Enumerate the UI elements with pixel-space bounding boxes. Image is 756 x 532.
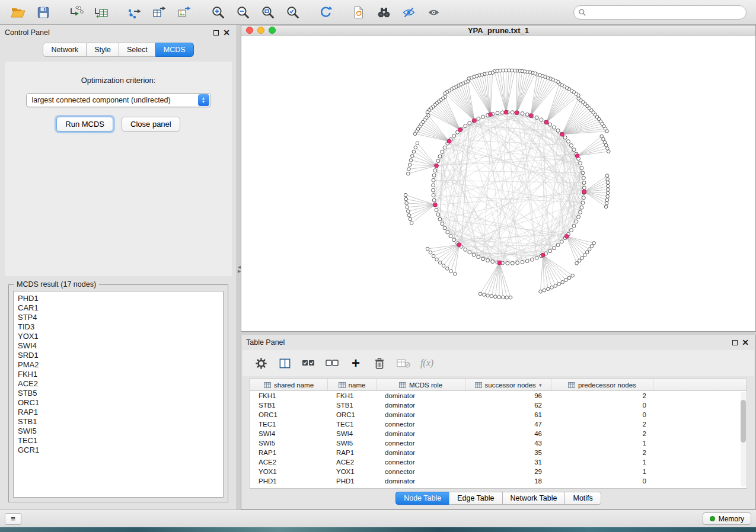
table-settings-button[interactable] bbox=[251, 354, 271, 373]
mcds-result-item[interactable]: SWI4 bbox=[18, 341, 223, 351]
column-header-successor-nodes[interactable]: successor nodes ▾ bbox=[465, 379, 551, 390]
zoom-in-button[interactable] bbox=[205, 2, 230, 23]
mcds-result-item[interactable]: TID3 bbox=[18, 322, 223, 332]
mcds-result-item[interactable]: SWI5 bbox=[18, 427, 223, 436]
import-table-button[interactable]: + bbox=[89, 2, 114, 23]
table-row[interactable]: SWI4SWI4dominator462 bbox=[250, 429, 741, 438]
table-scrollbar[interactable] bbox=[741, 392, 746, 487]
open-session-button[interactable] bbox=[6, 2, 31, 23]
network-window-title: YPA_prune.txt_1 bbox=[241, 26, 755, 35]
menu-icon: ≡ bbox=[11, 514, 15, 523]
mcds-result-item[interactable]: STB5 bbox=[18, 389, 223, 398]
show-column-panel-button[interactable] bbox=[275, 354, 295, 373]
mcds-result-item[interactable]: GCR1 bbox=[18, 446, 223, 455]
mcds-result-item[interactable]: ORC1 bbox=[18, 398, 223, 408]
delete-column-button[interactable] bbox=[369, 354, 390, 373]
export-network-button[interactable] bbox=[122, 2, 147, 23]
optimization-criterion-select[interactable]: largest connected component (undirected)… bbox=[26, 93, 211, 107]
network-canvas[interactable] bbox=[241, 36, 755, 331]
table-cell bbox=[653, 448, 741, 457]
close-mcds-panel-button[interactable]: Close panel bbox=[122, 117, 180, 132]
table-row[interactable]: SWI5SWI5connector431 bbox=[250, 438, 741, 448]
share-document-button[interactable] bbox=[346, 2, 371, 23]
mcds-result-item[interactable]: PHD1 bbox=[18, 294, 223, 303]
window-maximize-icon[interactable] bbox=[269, 27, 276, 34]
table-row[interactable]: ORC1ORC1dominator610 bbox=[250, 410, 741, 419]
table-cell: SWI5 bbox=[328, 438, 377, 448]
table-row[interactable]: PHD1PHD1dominator180 bbox=[250, 476, 741, 486]
mcds-result-item[interactable]: RAP1 bbox=[18, 408, 223, 417]
tab-mcds[interactable]: MCDS bbox=[155, 43, 194, 57]
sort-caret-icon: ▾ bbox=[539, 382, 542, 388]
table-row[interactable]: YOX1YOX1connector291 bbox=[250, 467, 741, 476]
mcds-result-item[interactable]: STB1 bbox=[18, 417, 223, 427]
tab-node-table[interactable]: Node Table bbox=[395, 492, 449, 505]
optimization-criterion-label: Optimization criterion: bbox=[5, 76, 232, 85]
mcds-result-item[interactable]: SRD1 bbox=[18, 351, 223, 360]
zoom-out-button[interactable] bbox=[230, 2, 255, 23]
mcds-result-item[interactable]: STP4 bbox=[18, 313, 223, 322]
table-panel-header: Table Panel ✕ bbox=[241, 335, 755, 350]
column-header-filler bbox=[653, 379, 747, 390]
tab-network-table[interactable]: Network Table bbox=[502, 492, 566, 505]
float-table-panel-button[interactable] bbox=[729, 337, 740, 348]
memory-label: Memory bbox=[719, 515, 744, 523]
table-row[interactable]: ACE2ACE2connector311 bbox=[250, 457, 741, 467]
export-image-button[interactable] bbox=[172, 2, 197, 23]
show-all-button[interactable] bbox=[421, 2, 446, 23]
refresh-layout-button[interactable] bbox=[313, 2, 338, 23]
column-header-mcds-role[interactable]: MCDS role bbox=[377, 379, 465, 390]
tab-edge-table[interactable]: Edge Table bbox=[449, 492, 502, 505]
tab-network[interactable]: Network bbox=[43, 43, 87, 57]
close-table-panel-button[interactable]: ✕ bbox=[740, 337, 751, 348]
memory-button[interactable]: Memory bbox=[703, 512, 751, 525]
create-column-button[interactable]: + bbox=[346, 354, 366, 373]
mcds-result-item[interactable]: TEC1 bbox=[18, 436, 223, 446]
close-panel-button[interactable]: ✕ bbox=[221, 27, 232, 38]
column-label: shared name bbox=[274, 382, 314, 389]
zoom-selected-button[interactable] bbox=[280, 2, 305, 23]
save-session-button[interactable] bbox=[31, 2, 56, 23]
run-mcds-button[interactable]: Run MCDS bbox=[56, 117, 113, 132]
mcds-result-item[interactable]: ACE2 bbox=[18, 379, 223, 389]
float-panel-button[interactable] bbox=[210, 27, 221, 38]
column-header-predecessor-nodes[interactable]: predecessor nodes bbox=[551, 379, 653, 390]
mcds-result-list[interactable]: PHD1CAR1STP4TID3YOX1SWI4SRD1PMA2FKH1ACE2… bbox=[13, 291, 224, 498]
mcds-result-item[interactable]: FKH1 bbox=[18, 370, 223, 379]
table-cell: dominator bbox=[377, 429, 465, 438]
column-header-name[interactable]: name bbox=[328, 379, 377, 390]
select-all-columns-button[interactable] bbox=[298, 354, 318, 373]
export-table-button[interactable] bbox=[147, 2, 172, 23]
table-cell: 18 bbox=[465, 476, 551, 486]
search-network-button[interactable] bbox=[371, 2, 396, 23]
window-minimize-icon[interactable] bbox=[257, 27, 264, 34]
table-panel: Table Panel ✕ bbox=[241, 335, 756, 509]
tab-motifs[interactable]: Motifs bbox=[564, 492, 601, 505]
mcds-result-item[interactable]: PMA2 bbox=[18, 360, 223, 370]
table-cell: 1 bbox=[551, 467, 653, 476]
table-row[interactable]: FKH1FKH1dominator962 bbox=[250, 391, 741, 400]
mcds-result-item[interactable]: YOX1 bbox=[18, 332, 223, 341]
window-close-icon[interactable] bbox=[246, 27, 253, 34]
table-cell bbox=[653, 391, 741, 400]
mcds-result-item[interactable]: CAR1 bbox=[18, 303, 223, 313]
tab-select[interactable]: Select bbox=[119, 43, 156, 57]
table-cell: RAP1 bbox=[328, 448, 377, 457]
hide-selected-button[interactable] bbox=[396, 2, 421, 23]
table-row[interactable]: RAP1RAP1dominator352 bbox=[250, 448, 741, 457]
import-network-button[interactable] bbox=[64, 2, 89, 23]
mcds-result-group: MCDS result (17 nodes) PHD1CAR1STP4TID3Y… bbox=[8, 284, 228, 502]
table-cell: 31 bbox=[465, 457, 551, 467]
search-input[interactable] bbox=[573, 5, 747, 20]
scrollbar-thumb[interactable] bbox=[741, 400, 746, 443]
table-cell bbox=[653, 467, 741, 476]
table-row[interactable]: TEC1TEC1connector472 bbox=[250, 419, 741, 429]
tab-style[interactable]: Style bbox=[86, 43, 119, 57]
table-cell: STB1 bbox=[250, 400, 328, 410]
column-header-shared-name[interactable]: shared name bbox=[250, 379, 328, 390]
zoom-fit-button[interactable] bbox=[255, 2, 280, 23]
unselect-all-columns-button[interactable] bbox=[322, 354, 342, 373]
table-cell: 96 bbox=[465, 391, 551, 400]
table-row[interactable]: STB1STB1dominator620 bbox=[250, 400, 741, 410]
status-menu-button[interactable]: ≡ bbox=[5, 513, 21, 525]
